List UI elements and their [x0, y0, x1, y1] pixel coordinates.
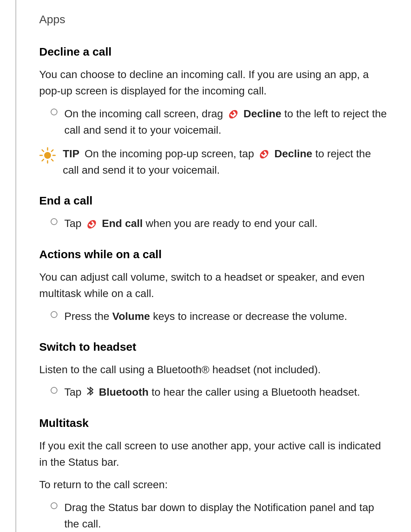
bluetooth-label: Bluetooth: [99, 386, 149, 398]
section-title-multitask: Multitask: [39, 414, 388, 431]
bullet-text: Tap Bluetooth to hear the caller using a…: [64, 384, 388, 400]
section-body-decline: You can choose to decline an incoming ca…: [39, 66, 388, 99]
bullet-dot: [51, 311, 57, 318]
bullet-list-decline: On the incoming call screen, drag Declin…: [39, 105, 388, 139]
bullet-text: Drag the Status bar down to display the …: [64, 499, 388, 532]
tip-label: TIP: [63, 148, 80, 160]
page-header: Apps: [39, 7, 388, 28]
bullet-item: Tap End call when you are ready to: [39, 215, 388, 232]
section-end-a-call: End a call Tap: [39, 192, 388, 232]
svg-point-13: [258, 150, 270, 158]
tip-decline-label: Decline: [274, 148, 312, 160]
end-call-label: End call: [102, 217, 143, 229]
bullet-list-multitask1: Drag the Status bar down to display the …: [39, 499, 388, 532]
svg-line-11: [51, 150, 53, 151]
section-body-multitask1: If you exit the call screen to use anoth…: [39, 438, 388, 471]
bullet-text: Press the Volume keys to increase or dec…: [64, 308, 388, 324]
section-title-actions: Actions while on a call: [39, 246, 388, 263]
section-actions-while: Actions while on a call You can adjust c…: [39, 246, 388, 324]
bullet-item: Tap Bluetooth to hear the caller using a…: [39, 384, 388, 400]
sub1-label: To return to the call screen:: [39, 476, 388, 493]
svg-point-4: [44, 152, 51, 159]
tip-sun-icon: [39, 147, 56, 164]
svg-point-17: [86, 220, 97, 228]
svg-line-10: [51, 159, 53, 161]
bullet-item: Press the Volume keys to increase or dec…: [39, 308, 388, 324]
bullet-list-headset: Tap Bluetooth to hear the caller using a…: [39, 384, 388, 400]
svg-line-12: [42, 159, 44, 161]
section-body-actions: You can adjust call volume, switch to a …: [39, 269, 388, 302]
section-title-end: End a call: [39, 192, 388, 209]
section-switch-headset: Switch to headset Listen to the call usi…: [39, 338, 388, 401]
bullet-item: On the incoming call screen, drag Declin…: [39, 105, 388, 139]
bullet-dot: [51, 502, 57, 509]
bullet-item: Drag the Status bar down to display the …: [39, 499, 388, 532]
bullet-dot: [51, 218, 57, 225]
bullet-list-end: Tap End call when you are ready to: [39, 215, 388, 232]
bullet-list-actions: Press the Volume keys to increase or dec…: [39, 308, 388, 324]
svg-point-0: [227, 110, 239, 118]
bullet-text: On the incoming call screen, drag Declin…: [64, 105, 388, 139]
bluetooth-icon: [86, 386, 94, 400]
tip-decline-icon: [258, 150, 270, 158]
tip-box: TIP On the incoming pop-up screen, tap D…: [39, 145, 388, 179]
volume-label: Volume: [112, 310, 150, 322]
tip-text: TIP On the incoming pop-up screen, tap D…: [63, 145, 388, 179]
page-container: Apps Decline a call You can choose to de…: [15, 0, 411, 532]
decline-icon-inline: [227, 110, 239, 118]
section-multitask: Multitask If you exit the call screen to…: [39, 414, 388, 532]
end-call-icon: [86, 220, 98, 228]
bullet-dot: [51, 387, 57, 394]
bullet-text: Tap End call when you are ready to: [64, 215, 388, 232]
decline-label: Decline: [244, 108, 282, 120]
svg-line-9: [42, 150, 44, 151]
section-decline-a-call: Decline a call You can choose to decline…: [39, 43, 388, 178]
red-phone-icon: [227, 110, 239, 118]
section-body-headset: Listen to the call using a Bluetooth® he…: [39, 361, 388, 378]
section-title-headset: Switch to headset: [39, 338, 388, 355]
bullet-dot: [51, 109, 57, 115]
section-title-decline: Decline a call: [39, 43, 388, 60]
